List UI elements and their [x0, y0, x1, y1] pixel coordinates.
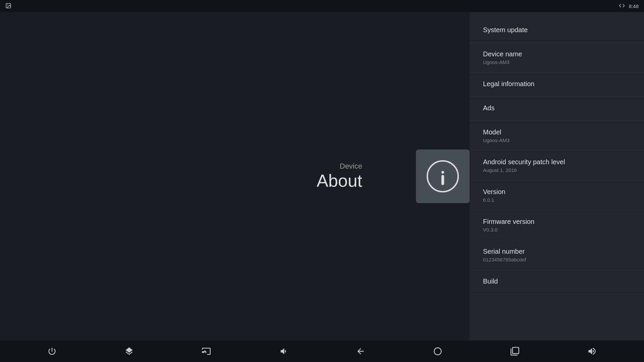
status-bar-left [5, 3, 11, 10]
settings-item-title-ads: Ads [483, 104, 631, 112]
clock: 8:48 [629, 3, 639, 9]
recents-button[interactable] [505, 343, 524, 359]
settings-item-title-serial-number: Serial number [483, 248, 631, 255]
settings-item-title-firmware-version: Firmware version [483, 218, 631, 226]
about-label: About [317, 171, 362, 191]
device-text-area: Device About [317, 162, 362, 191]
main-content: Device About System updateDevice nameUgo… [0, 12, 644, 341]
svg-point-1 [7, 4, 8, 5]
power-button[interactable] [43, 343, 61, 359]
settings-item-system-update[interactable]: System update [470, 19, 644, 43]
settings-item-subtitle-serial-number: 0123456789abcdef [483, 257, 631, 262]
volume-down-button[interactable] [274, 343, 293, 359]
settings-item-title-model: Model [483, 128, 631, 136]
left-panel-content: Device About [0, 162, 443, 191]
settings-item-legal-information[interactable]: Legal information [470, 73, 644, 97]
left-panel: Device About [0, 12, 470, 341]
back-button[interactable] [351, 343, 370, 359]
settings-item-model[interactable]: ModelUgoos-AM3 [470, 121, 644, 151]
settings-item-title-device-name: Device name [483, 50, 631, 58]
nav-bar [0, 341, 644, 362]
about-icon-box [416, 149, 470, 203]
settings-item-subtitle-model: Ugoos-AM3 [483, 137, 631, 143]
volume-up-button[interactable] [583, 343, 601, 359]
settings-panel: System updateDevice nameUgoos-AM3Legal i… [470, 12, 644, 341]
settings-item-title-android-security-patch-level: Android security patch level [483, 158, 631, 166]
screen-cast-button[interactable] [197, 343, 216, 359]
info-icon [426, 160, 460, 193]
settings-item-ads[interactable]: Ads [470, 97, 644, 121]
status-bar: 8:48 [0, 0, 644, 12]
settings-item-device-name[interactable]: Device nameUgoos-AM3 [470, 43, 644, 73]
settings-item-title-legal-information: Legal information [483, 80, 631, 88]
code-exchange-icon [619, 3, 625, 10]
settings-item-subtitle-android-security-patch-level: August 1, 2016 [483, 167, 631, 173]
settings-item-title-build: Build [483, 278, 631, 285]
settings-item-version[interactable]: Version6.0.1 [470, 181, 644, 210]
settings-item-subtitle-device-name: Ugoos-AM3 [483, 59, 631, 65]
device-label: Device [340, 162, 362, 171]
status-bar-right: 8:48 [619, 3, 639, 10]
settings-item-build[interactable]: Build [470, 270, 644, 294]
settings-item-firmware-version[interactable]: Firmware versionV0.3.0 [470, 210, 644, 240]
settings-item-title-version: Version [483, 188, 631, 196]
image-icon [5, 3, 11, 10]
home-button[interactable] [428, 343, 447, 359]
settings-item-title-system-update: System update [483, 26, 631, 34]
settings-item-subtitle-version: 6.0.1 [483, 197, 631, 203]
settings-item-subtitle-firmware-version: V0.3.0 [483, 227, 631, 233]
settings-item-serial-number[interactable]: Serial number0123456789abcdef [470, 240, 644, 270]
settings-item-android-security-patch-level[interactable]: Android security patch levelAugust 1, 20… [470, 151, 644, 181]
layers-button[interactable] [120, 343, 139, 359]
